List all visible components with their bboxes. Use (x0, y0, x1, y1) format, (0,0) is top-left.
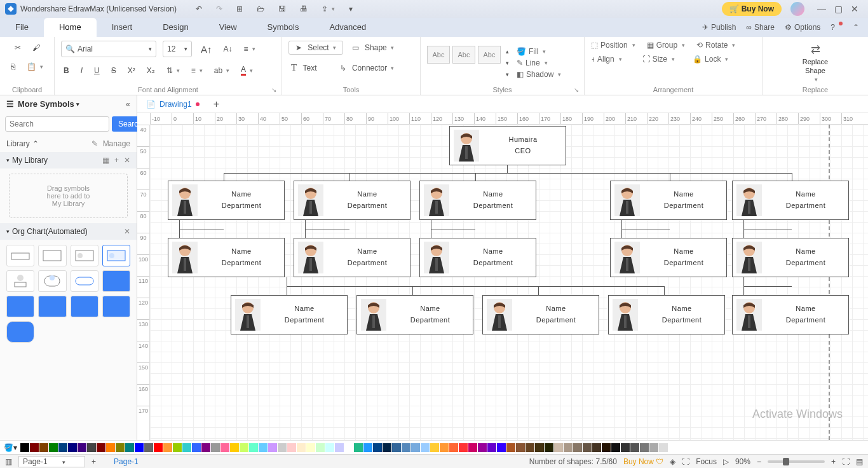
color-swatch[interactable] (545, 443, 553, 452)
color-swatch[interactable] (49, 443, 58, 452)
buy-now-link[interactable]: Buy Now 🛡 (623, 457, 663, 466)
color-swatch[interactable] (440, 443, 449, 452)
shape-thumb[interactable] (6, 296, 34, 317)
color-swatch[interactable] (421, 443, 430, 452)
org-box[interactable]: NameDepartment (419, 238, 536, 277)
shape-thumb[interactable] (6, 321, 34, 343)
color-swatch[interactable] (592, 443, 601, 452)
tab-view[interactable]: View (204, 18, 252, 37)
color-swatch[interactable] (97, 443, 105, 452)
color-swatch[interactable] (306, 443, 315, 452)
color-swatch[interactable] (497, 443, 506, 452)
color-swatch[interactable] (78, 443, 86, 452)
color-swatch[interactable] (402, 443, 410, 452)
align-button[interactable]: ⫞Align (591, 55, 622, 64)
shape-thumb[interactable] (6, 270, 34, 292)
format-painter-icon[interactable]: 🖌 (30, 41, 43, 55)
shape-thumb[interactable] (102, 245, 130, 266)
color-swatch[interactable] (182, 443, 191, 452)
color-swatch[interactable] (516, 443, 525, 452)
undo-icon[interactable]: ↶ (193, 2, 205, 16)
bold-icon[interactable]: B (61, 64, 72, 78)
color-swatch[interactable] (535, 443, 544, 452)
color-swatch[interactable] (611, 443, 620, 452)
page-tab[interactable]: Page-1 (114, 457, 139, 466)
italic-icon[interactable]: I (78, 64, 85, 78)
hamburger-icon[interactable]: ☰ (6, 99, 14, 109)
shape-thumb[interactable] (71, 245, 98, 266)
help-button[interactable]: ? (831, 23, 843, 32)
user-avatar-icon[interactable] (790, 2, 804, 16)
add-icon[interactable]: + (114, 156, 119, 165)
shape-tool[interactable]: ▭ Shape (349, 41, 397, 55)
style-up-icon[interactable]: ▴ (503, 46, 512, 57)
qat-more-icon[interactable]: ▾ (346, 2, 355, 16)
rotate-button[interactable]: ⟲Rotate (696, 41, 735, 50)
align-text-icon[interactable]: ≡ (241, 42, 258, 56)
zoom-slider[interactable] (768, 460, 825, 463)
color-swatch[interactable] (268, 443, 277, 452)
org-box[interactable]: NameDepartment (231, 295, 348, 334)
org-box[interactable]: NameDepartment (168, 181, 285, 220)
color-swatch[interactable] (621, 443, 630, 452)
layers-icon[interactable]: ◈ (670, 457, 675, 466)
org-box[interactable]: NameDepartment (732, 181, 849, 220)
increase-font-icon[interactable]: A↑ (198, 41, 215, 57)
color-swatch[interactable] (220, 443, 229, 452)
zoom-out-button[interactable]: − (757, 457, 761, 466)
color-swatch[interactable] (659, 443, 668, 452)
more-symbols-label[interactable]: More Symbols (18, 99, 74, 109)
style-down-icon[interactable]: ▾ (503, 57, 512, 69)
close-icon[interactable]: ✕ (124, 156, 130, 165)
add-page-button[interactable]: + (92, 457, 96, 466)
paste-icon[interactable]: 📋 (24, 60, 46, 74)
org-box[interactable]: NameDepartment (610, 238, 727, 277)
edit-icon[interactable]: ✎ (92, 139, 98, 148)
color-swatch[interactable] (173, 443, 182, 452)
copy-icon[interactable]: ⎘ (8, 60, 18, 74)
color-swatch[interactable] (68, 443, 77, 452)
close-button[interactable]: ✕ (846, 4, 863, 14)
style-preset-3[interactable]: Abc (478, 46, 501, 64)
color-swatch[interactable] (449, 443, 458, 452)
style-more-icon[interactable]: ▾ (503, 69, 512, 80)
color-swatch[interactable] (144, 443, 153, 452)
position-button[interactable]: ⬚Position (591, 41, 635, 50)
shape-thumb[interactable] (102, 270, 130, 292)
font-color-icon[interactable]: A (238, 62, 255, 78)
color-swatch[interactable] (430, 443, 439, 452)
color-swatch[interactable] (325, 443, 334, 452)
color-swatch[interactable] (344, 443, 353, 452)
options-button[interactable]: ⚙Options (785, 23, 820, 32)
color-swatch[interactable] (287, 443, 296, 452)
color-swatch[interactable] (459, 443, 468, 452)
section-org-chart[interactable]: ▾ Org Chart(Automated) ✕ (0, 223, 137, 240)
close-icon[interactable]: ✕ (124, 227, 130, 236)
color-swatch[interactable] (506, 443, 515, 452)
org-box[interactable]: NameDepartment (294, 181, 410, 220)
shape-thumb[interactable] (6, 245, 34, 266)
maximize-button[interactable]: ▢ (830, 4, 846, 14)
color-swatch[interactable] (573, 443, 582, 452)
shape-thumb[interactable] (71, 296, 98, 317)
color-swatch[interactable] (249, 443, 258, 452)
color-swatch[interactable] (240, 443, 248, 452)
redo-icon[interactable]: ↷ (214, 2, 225, 16)
color-swatch[interactable] (602, 443, 611, 452)
color-swatch[interactable] (583, 443, 592, 452)
lock-button[interactable]: 🔒Lock (693, 55, 728, 64)
presentation-icon[interactable]: ▷ (723, 457, 729, 466)
buy-now-button[interactable]: 🛒 Buy Now (722, 2, 782, 16)
color-swatch[interactable] (154, 443, 163, 452)
page-selector[interactable]: Page-1 ▾ (18, 456, 85, 467)
my-library-dropzone[interactable]: Drag symbols here to add to My Library (9, 174, 128, 218)
color-swatch[interactable] (564, 443, 573, 452)
color-swatch[interactable] (649, 443, 658, 452)
color-swatch[interactable] (259, 443, 268, 452)
superscript-icon[interactable]: X² (125, 64, 138, 78)
color-swatch[interactable] (116, 443, 125, 452)
org-box[interactable]: NameDepartment (732, 238, 849, 277)
color-swatch[interactable] (383, 443, 391, 452)
decrease-font-icon[interactable]: A↓ (221, 42, 235, 56)
tab-insert[interactable]: Insert (97, 18, 148, 37)
